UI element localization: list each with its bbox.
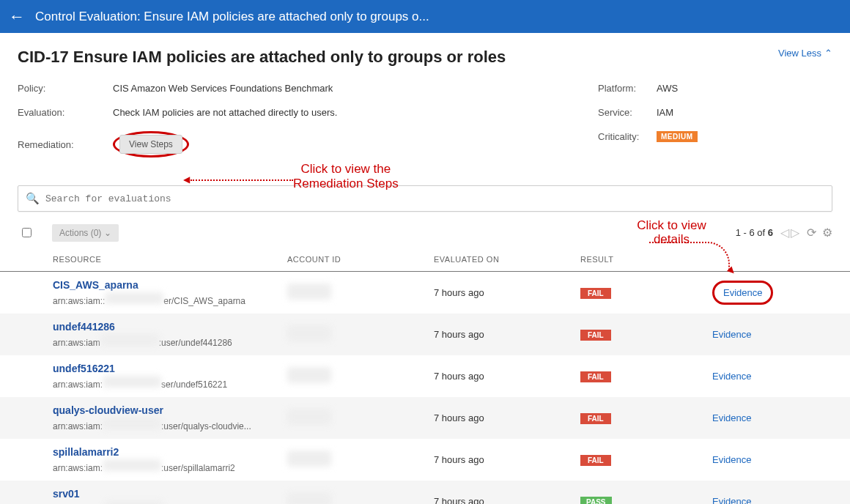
- table-row[interactable]: undef441286 arn:aws:iam:user/undef441286…: [0, 314, 850, 355]
- table-row[interactable]: qualys-cloudview-user arn:aws:iam::user/…: [0, 397, 850, 439]
- evaluated-on: 7 hours ago: [434, 454, 580, 465]
- select-all-checkbox[interactable]: [22, 228, 32, 237]
- evaluated-on: 7 hours ago: [434, 287, 580, 298]
- platform-label: Platform:: [598, 83, 657, 94]
- policy-label: Policy:: [18, 83, 113, 94]
- callout-circle: View Steps: [113, 131, 189, 158]
- resource-arn: arn:aws:iam:user/undef441286: [53, 334, 287, 348]
- policy-value: CIS Amazon Web Services Foundations Benc…: [113, 83, 333, 94]
- view-steps-button[interactable]: View Steps: [119, 135, 182, 154]
- result-badge: PASS: [580, 497, 612, 504]
- resource-name[interactable]: srv01: [53, 488, 287, 500]
- resource-arn: arn:aws:iam::user/spillalamarri2: [53, 459, 287, 473]
- resource-name[interactable]: spillalamarri2: [53, 446, 287, 458]
- search-input[interactable]: [45, 193, 824, 204]
- service-label: Service:: [598, 107, 657, 118]
- appbar-title: Control Evaluation: Ensure IAM policies …: [35, 10, 429, 24]
- account-id-redacted: [287, 367, 331, 383]
- search-icon: 🔍: [26, 192, 40, 205]
- evaluated-on: 7 hours ago: [434, 496, 580, 504]
- criticality-label: Criticality:: [598, 131, 657, 142]
- page-prev-icon[interactable]: ◁: [780, 226, 789, 240]
- annotation-arrow: [191, 179, 293, 181]
- table-row[interactable]: undef516221 arn:aws:iam:ser/undef516221 …: [0, 355, 850, 397]
- annotation-remediation: Click to view the Remediation Steps: [293, 162, 399, 192]
- page-title: CID-17 Ensure IAM policies are attached …: [18, 48, 506, 67]
- account-id-redacted: [287, 409, 331, 425]
- service-value: IAM: [657, 107, 673, 118]
- result-badge: FAIL: [580, 288, 611, 299]
- refresh-icon[interactable]: ⟳: [807, 226, 816, 240]
- platform-value: AWS: [657, 83, 678, 94]
- gear-icon[interactable]: ⚙: [822, 226, 832, 240]
- table-row[interactable]: srv01 arn:aws:iam::ser/srv01 7 hours ago…: [0, 481, 850, 504]
- annotation-arrow-2: [649, 242, 730, 271]
- app-bar: ← Control Evaluation: Ensure IAM policie…: [0, 0, 850, 33]
- back-arrow-icon[interactable]: ←: [9, 7, 25, 26]
- account-id-redacted: [287, 451, 331, 467]
- result-badge: FAIL: [580, 371, 611, 382]
- callout-circle: Evidence: [712, 281, 773, 305]
- actions-dropdown[interactable]: Actions (0) ⌄: [52, 224, 119, 242]
- col-resource: RESOURCE: [53, 255, 287, 264]
- page-next-icon[interactable]: ▷: [791, 226, 799, 240]
- table-body: CIS_AWS_aparna arn:aws:iam::er/CIS_AWS_a…: [0, 272, 850, 504]
- result-badge: FAIL: [580, 455, 611, 466]
- chevron-up-icon: ⌃: [824, 48, 832, 59]
- evidence-link[interactable]: Evidence: [712, 371, 751, 382]
- table-row[interactable]: CIS_AWS_aparna arn:aws:iam::er/CIS_AWS_a…: [0, 272, 850, 314]
- evaluated-on: 7 hours ago: [434, 412, 580, 423]
- resource-arn: arn:aws:iam::ser/srv01: [53, 501, 287, 504]
- evidence-link[interactable]: Evidence: [712, 329, 751, 340]
- evaluation-label: Evaluation:: [18, 107, 113, 118]
- account-id-redacted: [287, 325, 331, 341]
- view-less-label: View Less: [778, 48, 821, 59]
- table-toolbar: Actions (0) ⌄ Click to view details 1 - …: [0, 212, 850, 246]
- resource-name[interactable]: qualys-cloudview-user: [53, 404, 287, 416]
- pagination-text: 1 - 6 of 6: [736, 227, 773, 238]
- result-badge: FAIL: [580, 413, 611, 424]
- account-id-redacted: [287, 284, 331, 300]
- table-row[interactable]: spillalamarri2 arn:aws:iam::user/spillal…: [0, 439, 850, 481]
- search-bar[interactable]: 🔍: [18, 185, 832, 212]
- resource-arn: arn:aws:iam:ser/undef516221: [53, 376, 287, 390]
- remediation-label: Remediation:: [18, 139, 113, 150]
- evaluated-on: 7 hours ago: [434, 371, 580, 382]
- view-less-toggle[interactable]: View Less ⌃: [778, 48, 832, 59]
- evidence-link[interactable]: Evidence: [723, 287, 762, 298]
- resource-name[interactable]: undef441286: [53, 321, 287, 333]
- evaluation-value: Check IAM policies are not attached dire…: [113, 107, 337, 118]
- evidence-link[interactable]: Evidence: [712, 454, 751, 465]
- resource-name[interactable]: CIS_AWS_aparna: [53, 279, 287, 291]
- resource-arn: arn:aws:iam::er/CIS_AWS_aparna: [53, 292, 287, 306]
- resource-name[interactable]: undef516221: [53, 363, 287, 374]
- result-badge: FAIL: [580, 330, 611, 341]
- account-id-redacted: [287, 492, 331, 504]
- evidence-link[interactable]: Evidence: [712, 496, 751, 504]
- col-evaluated: EVALUATED ON: [434, 255, 580, 264]
- resource-arn: arn:aws:iam::user/qualys-cloudvie...: [53, 418, 287, 431]
- evidence-link[interactable]: Evidence: [712, 412, 751, 423]
- col-account: ACCOUNT ID: [287, 255, 434, 264]
- control-panel: CID-17 Ensure IAM policies are attached …: [0, 33, 850, 178]
- criticality-badge: MEDIUM: [657, 131, 698, 142]
- evaluated-on: 7 hours ago: [434, 329, 580, 340]
